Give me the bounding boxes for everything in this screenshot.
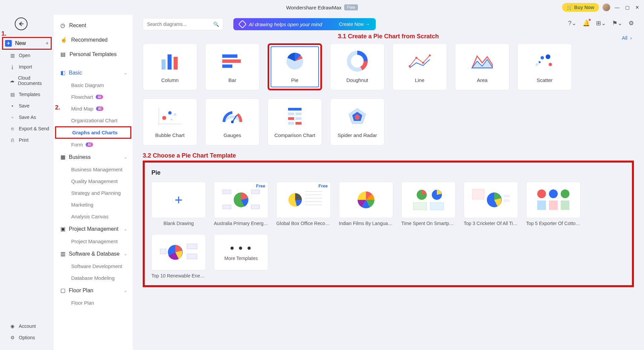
template-box-office[interactable]: Free Global Box Office Record ... bbox=[276, 182, 331, 226]
filter-icon[interactable]: ⚑⌄ bbox=[612, 19, 623, 27]
svg-rect-3 bbox=[222, 54, 237, 58]
sub-project-management[interactable]: Project Management bbox=[54, 235, 133, 247]
export-button[interactable]: ⎋Export & Send bbox=[0, 123, 54, 134]
personal-templates-tab[interactable]: ▤Personal Templates bbox=[54, 47, 133, 61]
sub-marketing[interactable]: Marketing bbox=[54, 199, 133, 211]
sub-mindmap[interactable]: Mind MapAI bbox=[54, 103, 133, 115]
svg-point-14 bbox=[536, 63, 538, 66]
search-input[interactable] bbox=[147, 21, 213, 27]
category-floor-plan[interactable]: ▢Floor Plan⌄ bbox=[54, 284, 133, 297]
bubble-icon bbox=[156, 106, 183, 126]
sub-strategy-planning[interactable]: Strategy and Planning bbox=[54, 187, 133, 199]
settings-icon[interactable]: ⚙ bbox=[629, 19, 634, 27]
search-input-wrapper[interactable]: 🔍 bbox=[143, 18, 223, 30]
svg-point-8 bbox=[409, 65, 411, 67]
templates-button[interactable]: ▤Templates bbox=[0, 89, 54, 100]
chart-type-column[interactable]: Column bbox=[143, 43, 197, 90]
print-icon: ⎙ bbox=[9, 137, 15, 143]
category-software-database[interactable]: ▥Software & Database⌄ bbox=[54, 247, 133, 260]
template-smartphone-time[interactable]: Time Spent On Smartphon... bbox=[401, 182, 456, 226]
thumb-icon: ☝ bbox=[60, 37, 67, 43]
search-icon[interactable]: 🔍 bbox=[213, 21, 219, 27]
template-more[interactable]: ● ● ● More Templates bbox=[214, 234, 268, 278]
sub-flowchart[interactable]: FlowchartAI bbox=[54, 91, 133, 103]
close-button[interactable]: ✕ bbox=[634, 4, 641, 11]
chart-type-doughnut[interactable]: Doughnut bbox=[330, 43, 384, 90]
new-button[interactable]: + New + bbox=[2, 37, 52, 50]
chart-type-line[interactable]: Line bbox=[393, 43, 447, 90]
sub-analysis-canvas[interactable]: Analysis Canvas bbox=[54, 211, 133, 222]
pm-icon: ▣ bbox=[60, 226, 65, 232]
chart-type-area[interactable]: Area bbox=[455, 43, 509, 90]
chart-type-pie[interactable]: Pie bbox=[268, 43, 322, 90]
doughnut-icon bbox=[344, 51, 371, 71]
open-button[interactable]: ▥Open bbox=[0, 50, 54, 61]
svg-point-58 bbox=[561, 189, 569, 198]
export-icon: ⎋ bbox=[9, 126, 15, 132]
recommended-tab[interactable]: ☝Recommended bbox=[54, 33, 133, 47]
svg-point-17 bbox=[549, 63, 552, 66]
plus-right-icon: + bbox=[46, 40, 49, 46]
save-button[interactable]: ▪Save bbox=[0, 100, 54, 112]
cloud-documents-button[interactable]: ☁Cloud Documents bbox=[0, 73, 54, 89]
chart-type-comparison[interactable]: Comparison Chart bbox=[268, 98, 322, 145]
template-cricketer[interactable]: Top 3 Cricketer Of All Time bbox=[464, 182, 518, 226]
svg-rect-41 bbox=[251, 205, 260, 209]
chevron-down-icon: ⌄ bbox=[124, 71, 127, 75]
category-basic[interactable]: ◧Basic⌄ bbox=[54, 66, 133, 79]
chart-type-gauges[interactable]: Gauges bbox=[205, 98, 260, 145]
free-badge: Free bbox=[344, 4, 358, 10]
back-button[interactable] bbox=[15, 17, 28, 30]
sub-quality-management[interactable]: Quality Management bbox=[54, 175, 133, 187]
category-business[interactable]: ▦Business⌄ bbox=[54, 150, 133, 164]
import-button[interactable]: ⭳Import bbox=[0, 61, 54, 73]
category-project-management[interactable]: ▣Project Management⌄ bbox=[54, 222, 133, 235]
annotation-31: 3.1 Create a Pie Chart from Scratch bbox=[143, 33, 634, 40]
maximize-button[interactable]: ▢ bbox=[624, 4, 631, 11]
grid-icon[interactable]: ⊞⌄ bbox=[596, 19, 606, 27]
chart-type-bar[interactable]: Bar bbox=[205, 43, 260, 90]
sub-database-modeling[interactable]: Database Modeling bbox=[54, 272, 133, 284]
chevron-down-icon: ⌄ bbox=[124, 227, 127, 231]
chart-type-spider[interactable]: Spider and Radar bbox=[330, 98, 384, 145]
sub-business-management[interactable]: Business Management bbox=[54, 164, 133, 175]
template-cotton-exporter[interactable]: Top 5 Exporter Of Cotton B... bbox=[526, 182, 581, 226]
bar-icon bbox=[219, 51, 246, 71]
options-button[interactable]: ⚙Options bbox=[0, 332, 54, 343]
chart-type-bubble[interactable]: Bubble Chart bbox=[143, 98, 197, 145]
avatar[interactable] bbox=[602, 3, 610, 11]
chart-type-scatter[interactable]: Scatter bbox=[517, 43, 572, 90]
sub-software-development[interactable]: Software Development bbox=[54, 260, 133, 272]
save-icon: ▪ bbox=[9, 103, 15, 109]
account-button[interactable]: ◉Account bbox=[0, 320, 54, 332]
help-icon[interactable]: ?⌄ bbox=[568, 19, 577, 27]
svg-rect-2 bbox=[174, 57, 178, 70]
sub-form[interactable]: FormAI bbox=[54, 139, 133, 150]
sub-basic-diagram[interactable]: Basic Diagram bbox=[54, 79, 133, 91]
print-button[interactable]: ⎙Print bbox=[0, 134, 54, 146]
svg-rect-59 bbox=[537, 201, 546, 210]
recent-tab[interactable]: ◷Recent bbox=[54, 18, 133, 33]
sub-floor-plan[interactable]: Floor Plan bbox=[54, 297, 133, 309]
notifications-icon[interactable]: 🔔 bbox=[583, 19, 590, 27]
svg-rect-50 bbox=[413, 203, 427, 210]
template-indian-films[interactable]: Indian Films By Language ... bbox=[339, 182, 393, 226]
basic-icon: ◧ bbox=[60, 70, 65, 76]
template-australia-energy[interactable]: Free Australia Primary Energy C... bbox=[214, 182, 268, 226]
minimize-button[interactable]: — bbox=[614, 4, 620, 11]
svg-rect-5 bbox=[222, 64, 232, 68]
area-icon bbox=[469, 51, 496, 71]
ai-create-now[interactable]: Create Now → bbox=[339, 21, 370, 27]
template-renewable-energy[interactable]: Top 10 Renewable Energy S... bbox=[151, 234, 206, 278]
template-blank[interactable]: + Blank Drawing bbox=[151, 182, 206, 226]
annotation-1: 1. bbox=[1, 30, 6, 37]
sub-org-chart[interactable]: Organizational Chart bbox=[54, 115, 133, 126]
sub-graphs-charts[interactable]: Graphs and Charts bbox=[55, 126, 131, 139]
buy-now-button[interactable]: 🛒 Buy Now bbox=[562, 3, 599, 12]
business-icon: ▦ bbox=[60, 154, 65, 160]
saveas-button[interactable]: ▫Save As bbox=[0, 112, 54, 123]
svg-point-15 bbox=[541, 56, 544, 59]
all-link[interactable]: All › bbox=[622, 35, 632, 41]
ai-banner[interactable]: AI drawing helps open your mind Create N… bbox=[233, 18, 376, 30]
svg-rect-52 bbox=[472, 189, 484, 199]
